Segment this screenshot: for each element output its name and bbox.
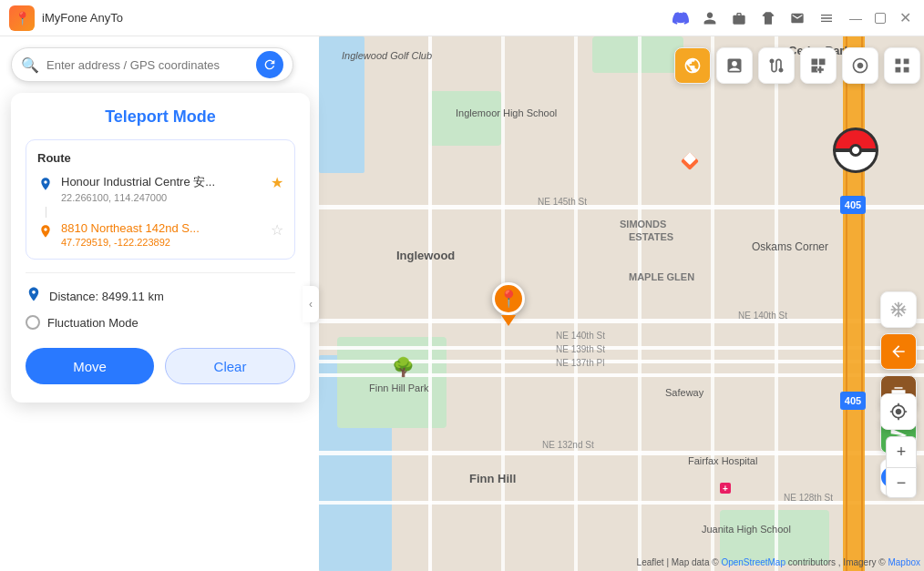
- svg-rect-8: [319, 319, 924, 323]
- pokeball-outer: [833, 127, 878, 173]
- svg-rect-19: [775, 36, 778, 571]
- svg-text:MAPLE GLEN: MAPLE GLEN: [629, 271, 694, 282]
- from-star-button[interactable]: ★: [271, 174, 283, 191]
- close-button[interactable]: ✕: [895, 8, 915, 28]
- locate-me-button[interactable]: [880, 393, 917, 430]
- jump-teleport-button[interactable]: [800, 47, 837, 84]
- app-logo: 📍: [9, 5, 35, 31]
- menu-icon[interactable]: [816, 8, 837, 28]
- clear-button[interactable]: Clear: [165, 348, 295, 384]
- svg-rect-7: [319, 205, 924, 209]
- maximize-button[interactable]: [875, 13, 886, 24]
- map-toolbar: [674, 47, 920, 84]
- svg-text:Safeway: Safeway: [665, 387, 704, 398]
- from-coords: 22.266100, 114.247000: [61, 192, 263, 203]
- from-location: Honour Industrial Centre 安... 22.266100,…: [37, 174, 283, 203]
- to-location: 8810 Northeast 142nd S... 47.729519, -12…: [37, 221, 283, 248]
- to-name: 8810 Northeast 142nd S...: [61, 221, 263, 235]
- collapse-panel-button[interactable]: ‹: [303, 286, 319, 322]
- svg-text:NE 140th St: NE 140th St: [738, 311, 787, 321]
- to-star-button[interactable]: ☆: [271, 221, 283, 239]
- to-content: 8810 Northeast 142nd S... 47.729519, -12…: [61, 221, 263, 248]
- map-pin-tail: [501, 315, 516, 326]
- map-background: 405 405 Inglewood Golf Club Inglemoor Hi…: [319, 36, 924, 571]
- from-dot: [37, 176, 54, 192]
- go-back-button[interactable]: [880, 333, 917, 370]
- zoom-out-button[interactable]: −: [886, 467, 917, 498]
- svg-text:Oskams Corner: Oskams Corner: [752, 240, 828, 253]
- teleport-card: Teleport Mode Route Honour Industrial Ce…: [11, 93, 310, 403]
- svg-text:SIMONDS: SIMONDS: [620, 219, 666, 229]
- more-modes-button[interactable]: [884, 47, 920, 84]
- map-pin-circle: 📍: [492, 282, 525, 315]
- svg-text:NE 137th Pl: NE 137th Pl: [556, 358, 604, 368]
- search-input[interactable]: [46, 58, 249, 72]
- svg-text:NE 145th St: NE 145th St: [538, 197, 587, 207]
- to-coords: 47.729519, -122.223892: [61, 237, 263, 248]
- svg-text:🌳: 🌳: [392, 356, 415, 378]
- svg-text:NE 139th St: NE 139th St: [556, 344, 605, 354]
- app-title: iMyFone AnyTo: [42, 11, 671, 25]
- user-icon[interactable]: [700, 8, 720, 28]
- svg-rect-0: [319, 36, 924, 571]
- to-dot: [37, 223, 54, 240]
- svg-rect-9: [319, 346, 924, 350]
- discord-icon[interactable]: [671, 8, 691, 28]
- svg-text:NE 132nd St: NE 132nd St: [542, 440, 594, 450]
- map-svg: 405 405 Inglewood Golf Club Inglemoor Hi…: [319, 36, 924, 571]
- shirt-icon[interactable]: [758, 8, 778, 28]
- freeze-button[interactable]: [880, 291, 917, 328]
- svg-text:NE 140th St: NE 140th St: [556, 331, 605, 341]
- distance-text: Distance: 8499.11 km: [49, 290, 164, 303]
- main-area: 🔍 Teleport Mode Route Honour Industrial …: [0, 36, 924, 571]
- titlebar: 📍 iMyFone AnyTo — ✕: [0, 0, 924, 36]
- from-name: Honour Industrial Centre 安...: [61, 174, 263, 190]
- teleport-mode-button[interactable]: [674, 47, 711, 84]
- svg-rect-21: [846, 36, 847, 571]
- mapbox-link[interactable]: Mapbox: [888, 557, 920, 567]
- briefcase-icon[interactable]: [729, 8, 749, 28]
- svg-text:405: 405: [845, 395, 861, 406]
- svg-text:ESTATES: ESTATES: [629, 231, 673, 242]
- svg-text:Inglemoor High School: Inglemoor High School: [456, 107, 557, 118]
- svg-rect-13: [319, 501, 924, 505]
- svg-rect-17: [638, 36, 642, 571]
- svg-rect-18: [711, 36, 714, 571]
- svg-rect-22: [861, 36, 863, 571]
- distance-icon: [26, 286, 42, 306]
- pokeball-center: [849, 144, 862, 157]
- move-button[interactable]: Move: [26, 348, 154, 384]
- refresh-button[interactable]: [256, 51, 283, 78]
- svg-text:Inglewood Golf Club: Inglewood Golf Club: [342, 50, 432, 61]
- mail-icon[interactable]: [787, 8, 807, 28]
- svg-text:Juanita High School: Juanita High School: [702, 524, 791, 535]
- button-row: Move Clear: [26, 348, 295, 384]
- svg-rect-4: [428, 91, 501, 146]
- svg-text:NE 128th St: NE 128th St: [784, 493, 833, 503]
- svg-text:Inglewood: Inglewood: [396, 249, 455, 262]
- svg-text:+: +: [723, 484, 728, 494]
- search-bar: 🔍: [11, 47, 293, 82]
- map-attribution: Leaflet | Map data © OpenStreetMap contr…: [637, 557, 920, 567]
- pokeball[interactable]: [833, 127, 878, 173]
- map-area[interactable]: 405 405 Inglewood Golf Club Inglemoor Hi…: [319, 36, 924, 571]
- svg-text:Fairfax Hospital: Fairfax Hospital: [688, 455, 757, 466]
- zoom-controls: + −: [886, 436, 917, 498]
- route-mode-button[interactable]: [758, 47, 795, 84]
- mode-title: Teleport Mode: [26, 107, 295, 127]
- svg-rect-12: [319, 451, 924, 455]
- fluctuation-radio[interactable]: [26, 315, 40, 330]
- map-pin: 📍: [492, 282, 525, 326]
- zoom-in-button[interactable]: +: [886, 436, 917, 467]
- title-icons: — ✕: [671, 8, 915, 28]
- from-content: Honour Industrial Centre 安... 22.266100,…: [61, 174, 263, 203]
- joystick-button[interactable]: [842, 47, 878, 84]
- route-box: Route Honour Industrial Centre 安... 22.2…: [26, 139, 295, 260]
- multi-stop-button[interactable]: [716, 47, 753, 84]
- svg-text:405: 405: [845, 199, 861, 210]
- openstreetmap-link[interactable]: OpenStreetMap: [721, 557, 785, 567]
- fluctuation-text: Fluctuation Mode: [47, 316, 139, 330]
- minimize-button[interactable]: —: [846, 8, 866, 28]
- svg-text:Finn Hill: Finn Hill: [469, 472, 516, 485]
- svg-rect-14: [428, 36, 432, 571]
